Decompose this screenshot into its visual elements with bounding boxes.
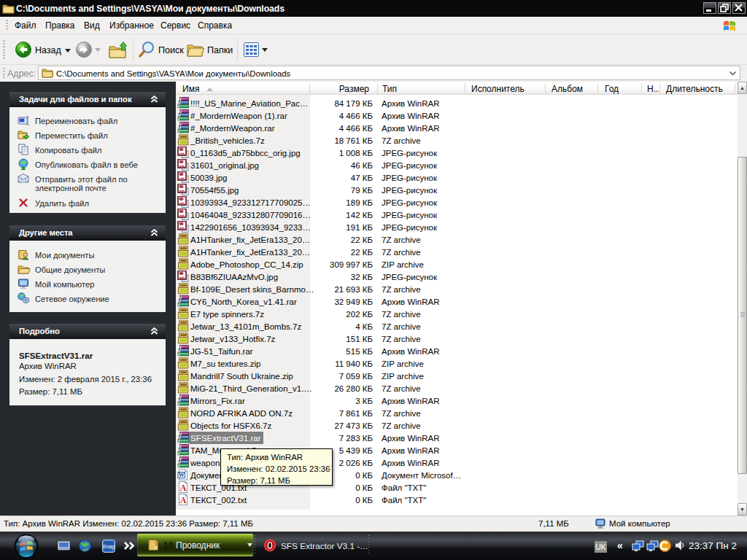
svg-text:Snap: Snap	[103, 544, 115, 550]
